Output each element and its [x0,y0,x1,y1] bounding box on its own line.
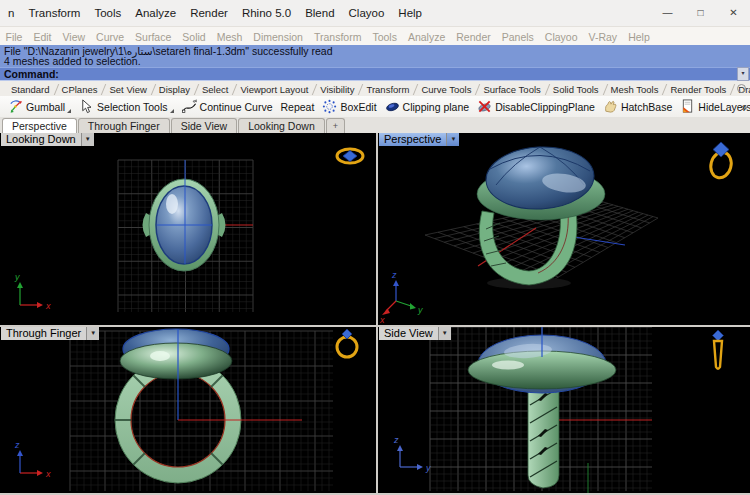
menu2-panels[interactable]: Panels [496,31,539,43]
viewport-menu-arrow-icon[interactable]: ▼ [81,133,94,146]
viewport-title-label: Side View [379,327,438,340]
continue-curve-icon [182,99,197,114]
gear-icon[interactable] [737,84,746,93]
add-viewport-tab-button[interactable]: + [326,118,345,133]
selection-tools-icon [79,99,94,114]
toolbar-tab-solid-tools[interactable]: Solid Tools [547,83,605,96]
hide-layers-in-detail-button[interactable]: HideLayersInDetail [676,97,750,116]
viewport-tab-looking-down[interactable]: Looking Down [238,118,325,133]
toolbar-tab-curve-tools[interactable]: Curve Tools [415,83,477,96]
command-prompt[interactable]: Command: [0,67,750,80]
toolbar-tab-viewport-layout[interactable]: Viewport Layout [234,83,314,96]
toolbar-button-label: DisableClippingPlane [495,101,595,113]
viewport-looking-down: x y Looking Down ▼ [0,133,376,325]
menu2-file[interactable]: File [0,31,28,43]
menu2-analyze[interactable]: Analyze [402,31,450,43]
toolbar-tab-display[interactable]: Display [153,83,196,96]
gumball-button[interactable]: Gumball [4,97,75,116]
viewport-title-perspective[interactable]: Perspective ▼ [379,133,459,146]
viewport-menu-arrow-icon[interactable]: ▼ [86,327,99,340]
flyout-corner-icon [67,109,71,113]
repeat-button[interactable]: Repeat [277,97,319,116]
viewport-looking-down-canvas[interactable]: x y [0,133,376,325]
axis-z-label: z [391,270,397,280]
selection-tools-button[interactable]: Selection Tools [75,97,177,116]
menu2-vray[interactable]: V-Ray [583,31,623,43]
toolbar-tab-visibility[interactable]: Visibility [314,83,360,96]
ring-model-side-view [468,335,616,488]
menu2-surface[interactable]: Surface [130,31,177,43]
hide-layers-in-detail-icon [680,99,695,114]
menu2-edit[interactable]: Edit [28,31,57,43]
toolbar-tab-standard[interactable]: Standard [5,83,56,96]
axis-y-label: y [425,463,431,473]
viewport-tab-through-finger[interactable]: Through Finger [78,118,170,133]
menu-item-analyze[interactable]: Analyze [128,7,183,19]
toolbar-tab-set-view[interactable]: Set View [103,83,152,96]
toolbar-tab-surface-tools[interactable]: Surface Tools [477,83,546,96]
menu2-solid[interactable]: Solid [177,31,211,43]
toolbar-overflow-chevron-icon[interactable]: » [741,101,747,113]
command-scrollbar-arrow-icon[interactable]: ▾ [737,67,749,81]
toolbar-tab-render-tools[interactable]: Render Tools [664,83,732,96]
ring-orientation-top-icon [337,149,363,163]
toolbar-button-label: BoxEdit [340,101,376,113]
titlebar: n Transform Tools Analyze Render Rhino 5… [0,0,750,26]
clipping-plane-button[interactable]: Clipping plane [381,97,474,116]
toolbar-button-label: Gumball [26,101,65,113]
toolbar-button-label: HatchBase [621,101,672,113]
viewport-perspective-canvas[interactable]: z y x [378,133,750,325]
viewport-through-finger-canvas[interactable]: x z [0,327,376,493]
menu2-dimension[interactable]: Dimension [248,31,309,43]
menu-item[interactable]: n [1,7,21,19]
axis-x-label: x [45,301,51,311]
menu2-mesh[interactable]: Mesh [211,31,248,43]
menu-item-render[interactable]: Render [183,7,235,19]
menu-item-clayoo[interactable]: Clayoo [342,7,392,19]
menu2-curve[interactable]: Curve [91,31,130,43]
axis-indicator: x y [14,272,51,311]
toolbar-tab-transform[interactable]: Transform [360,83,415,96]
close-button[interactable]: ✕ [717,0,750,24]
viewport-title-looking-down[interactable]: Looking Down ▼ [1,133,94,146]
continue-curve-button[interactable]: Continue Curve [178,97,277,116]
toolbar-tab-mesh-tools[interactable]: Mesh Tools [605,83,665,96]
disable-clipping-plane-button[interactable]: DisableClippingPlane [473,97,599,116]
viewport-title-through-finger[interactable]: Through Finger ▼ [1,327,99,340]
command-history: File "D:\Nazanin jewelry\1\ستاره\setareh… [0,45,750,67]
menu-item-rhino[interactable]: Rhino 5.0 [235,7,298,19]
viewport-menu-arrow-icon[interactable]: ▼ [438,327,451,340]
command-history-line2: 4 meshes added to selection. [4,56,746,66]
hatchbase-button[interactable]: HatchBase [599,97,676,116]
menu-item-transform[interactable]: Transform [21,7,87,19]
toolbar-tab-select[interactable]: Select [196,83,234,96]
minimize-button[interactable]: — [651,0,684,24]
z-axis-line [574,237,625,245]
viewport-menu-arrow-icon[interactable]: ▼ [446,133,459,146]
viewport-title-side-view[interactable]: Side View ▼ [379,327,451,340]
menu-item-help[interactable]: Help [391,7,429,19]
viewport-side-view-canvas[interactable]: z y [378,327,750,493]
axis-z-label: z [393,435,399,445]
viewport-tab-perspective[interactable]: Perspective [2,118,77,133]
menu2-view[interactable]: View [57,31,91,43]
viewport-title-label: Looking Down [1,133,81,146]
viewport-tab-side-view[interactable]: Side View [171,118,238,133]
menu2-render[interactable]: Render [451,31,496,43]
menu-item-blend[interactable]: Blend [298,7,341,19]
axis-z-label: z [14,440,20,450]
flyout-corner-icon [170,109,174,113]
viewport-through-finger: x z Through Finger ▼ [0,327,376,493]
boxedit-button[interactable]: BoxEdit [318,97,380,116]
viewport-title-label: Perspective [379,133,446,146]
window-controls: — □ ✕ [651,0,750,24]
gumball-icon [8,99,23,114]
toolbar-tab-cplanes[interactable]: CPlanes [56,83,104,96]
menu2-tools[interactable]: Tools [367,31,403,43]
menu2-help[interactable]: Help [623,31,656,43]
menu2-clayoo[interactable]: Clayoo [539,31,583,43]
maximize-button[interactable]: □ [684,0,717,24]
menu-item-tools[interactable]: Tools [87,7,128,19]
clipping-plane-icon [385,99,400,114]
menu2-transform[interactable]: Transform [308,31,366,43]
